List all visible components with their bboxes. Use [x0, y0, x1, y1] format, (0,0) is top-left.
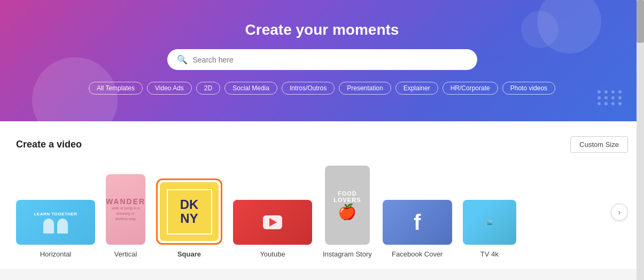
- card-square: DKNY Square: [156, 178, 222, 258]
- filter-tag-presentation[interactable]: Presentation: [339, 82, 391, 95]
- tv-city-icon: 🏙️: [487, 220, 492, 225]
- thumb-square[interactable]: DKNY: [160, 182, 219, 241]
- apple-icon: 🍎: [338, 203, 356, 221]
- wander-sub: walk or jump in a leisurely or aimless w…: [106, 206, 145, 221]
- card-label-instagram: Instagram Story: [323, 250, 372, 258]
- section-header: Create a video Custom Size: [16, 136, 628, 153]
- youtube-play-button: [263, 215, 282, 229]
- card-label-tv: TV 4k: [480, 250, 499, 258]
- thumb-instagram[interactable]: FOODLOVERS 🍎: [325, 166, 370, 245]
- figure-2: [57, 219, 68, 234]
- facebook-f-icon: f: [414, 211, 421, 235]
- food-text: FOODLOVERS: [333, 190, 361, 203]
- thumb-tv[interactable]: 🏙️: [463, 200, 516, 245]
- main-content: Create a video Custom Size LEARN TOGETHE…: [0, 121, 644, 269]
- figure-1: [43, 219, 54, 234]
- wander-title: WANDER: [106, 197, 145, 206]
- section-title: Create a video: [16, 139, 82, 150]
- card-label-square: Square: [177, 250, 201, 258]
- card-label-vertical: Vertical: [114, 250, 137, 258]
- filter-tag-photo-videos[interactable]: Photo videos: [502, 82, 555, 95]
- card-label-facebook: Facebook Cover: [392, 250, 443, 258]
- play-triangle-icon: [269, 218, 277, 227]
- learn-figures: [43, 219, 68, 234]
- learn-together-graphic: LEARN TOGETHER: [34, 212, 77, 234]
- filter-tag-video-ads[interactable]: Video Ads: [147, 82, 192, 95]
- card-label-horizontal: Horizontal: [40, 250, 72, 258]
- card-label-youtube: Youtube: [260, 250, 285, 258]
- card-youtube: Youtube: [233, 200, 312, 258]
- filter-tag-explainer[interactable]: Explainer: [395, 82, 438, 95]
- custom-size-button[interactable]: Custom Size: [570, 136, 628, 153]
- filter-tag-intros-outros[interactable]: Intros/Outros: [282, 82, 335, 95]
- filter-tag-2d[interactable]: 2D: [196, 82, 220, 95]
- search-bar: 🔍: [167, 49, 477, 70]
- filter-tags-container: All Templates Video Ads 2D Social Media …: [11, 82, 633, 95]
- filter-tag-social-media[interactable]: Social Media: [224, 82, 277, 95]
- scrollbar[interactable]: [637, 0, 644, 269]
- card-horizontal: LEARN TOGETHER Horizontal: [16, 200, 95, 258]
- cards-container: LEARN TOGETHER Horizontal WANDER walk or…: [16, 166, 628, 258]
- hero-title: Create your moments: [11, 21, 633, 38]
- card-instagram: FOODLOVERS 🍎 Instagram Story: [323, 166, 372, 258]
- thumb-horizontal[interactable]: LEARN TOGETHER: [16, 200, 95, 245]
- scrollbar-thumb[interactable]: [637, 0, 644, 43]
- card-vertical: WANDER walk or jump in a leisurely or ai…: [106, 174, 145, 258]
- dkny-inner: DKNY: [167, 189, 212, 235]
- thumb-square-selected-wrap: DKNY: [156, 178, 222, 245]
- card-tv: 🏙️ TV 4k: [463, 200, 516, 258]
- filter-tag-all-templates[interactable]: All Templates: [89, 82, 143, 95]
- next-arrow-button[interactable]: ›: [611, 204, 628, 221]
- hero-banner: Create your moments 🔍 All Templates Vide…: [0, 0, 644, 121]
- thumb-facebook[interactable]: f: [383, 200, 452, 245]
- thumb-vertical[interactable]: WANDER walk or jump in a leisurely or ai…: [106, 174, 145, 245]
- learn-text: LEARN TOGETHER: [34, 212, 77, 216]
- card-facebook: f Facebook Cover: [383, 200, 452, 258]
- thumb-youtube[interactable]: [233, 200, 312, 245]
- search-icon: 🔍: [177, 55, 188, 65]
- filter-tag-hr-corporate[interactable]: HR/Corporate: [443, 82, 498, 95]
- search-input[interactable]: [193, 56, 468, 64]
- dkny-text: DKNY: [180, 198, 199, 226]
